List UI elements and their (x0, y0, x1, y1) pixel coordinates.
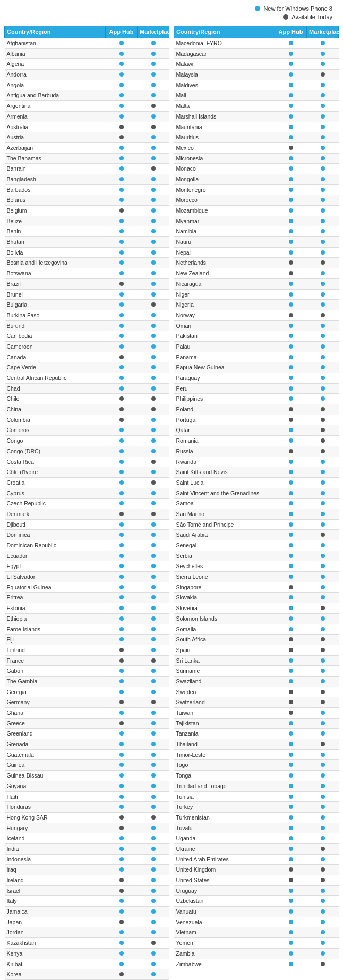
table-row: Djibouti (5, 519, 169, 530)
marketplace-dot (307, 467, 339, 478)
marketplace-dot (138, 645, 169, 655)
country-name: Mauritius (174, 132, 275, 143)
table-row: United States (174, 875, 339, 886)
table-row: Grenada (5, 739, 169, 750)
apphub-dot (275, 697, 307, 708)
marketplace-dot (138, 885, 169, 896)
table-row: Vietnam (174, 927, 339, 938)
marketplace-dot (307, 917, 339, 927)
marketplace-dot (307, 184, 339, 195)
right-table: Country/Region App Hub Marketplace Maced… (174, 26, 339, 969)
country-name: Qatar (174, 425, 275, 436)
country-name: Australia (5, 122, 106, 132)
country-name: Malaysia (174, 70, 275, 80)
country-name: United Kingdom (174, 865, 275, 875)
marketplace-dot (138, 959, 169, 969)
country-name: Hungary (5, 823, 106, 833)
apphub-dot (275, 237, 307, 248)
country-name: Saint Lucia (174, 477, 275, 488)
marketplace-dot (307, 572, 339, 582)
marketplace-dot (138, 362, 169, 373)
apphub-dot (275, 519, 307, 530)
marketplace-dot (138, 655, 169, 666)
table-row: Norway (174, 310, 339, 320)
country-name: Estonia (5, 603, 106, 614)
apphub-dot (106, 823, 138, 833)
country-name: Guinea (5, 760, 106, 771)
apphub-dot (275, 436, 307, 446)
marketplace-dot (138, 739, 169, 750)
country-name: Bulgaria (5, 300, 106, 310)
apphub-dot (275, 80, 307, 90)
table-row: Croatia (5, 477, 169, 488)
table-row: Macedonia, FYRO (174, 38, 339, 49)
table-row: Palau (174, 341, 339, 352)
table-row: Greece (5, 718, 169, 729)
country-name: Vietnam (174, 927, 275, 938)
apphub-dot (275, 415, 307, 425)
table-row: Haiti (5, 791, 169, 802)
marketplace-dot (138, 635, 169, 645)
country-name: Zambia (174, 948, 275, 959)
table-row: Ethiopia (5, 613, 169, 624)
marketplace-dot (307, 561, 339, 572)
marketplace-dot (138, 383, 169, 394)
apphub-dot (106, 206, 138, 216)
country-name: Uruguay (174, 885, 275, 896)
apphub-dot (275, 917, 307, 927)
marketplace-dot (138, 812, 169, 823)
country-name: Belize (5, 216, 106, 226)
country-name: Grenada (5, 739, 106, 750)
country-name: Colombia (5, 415, 106, 425)
marketplace-dot (138, 938, 169, 949)
apphub-dot (275, 959, 307, 969)
country-name: Botswana (5, 268, 106, 279)
marketplace-dot (307, 38, 339, 49)
marketplace-dot (138, 38, 169, 49)
country-name: The Bahamas (5, 153, 106, 164)
apphub-dot (106, 488, 138, 499)
marketplace-dot (138, 833, 169, 844)
marketplace-dot (138, 802, 169, 813)
table-row: Guinea-Bissau (5, 771, 169, 781)
legend-new-label: New for Windows Phone 8 (263, 5, 332, 12)
table-row: Azerbaijan (5, 142, 169, 153)
apphub-dot (275, 268, 307, 279)
apphub-dot (106, 289, 138, 300)
table-row: Mozambique (174, 206, 339, 216)
apphub-dot (275, 206, 307, 216)
table-row: Russia (174, 446, 339, 457)
marketplace-dot (307, 226, 339, 237)
marketplace-dot (138, 226, 169, 237)
apphub-dot (106, 184, 138, 195)
marketplace-dot (307, 885, 339, 896)
apphub-dot (106, 70, 138, 80)
table-row: Jordan (5, 927, 169, 938)
apphub-dot (275, 833, 307, 844)
table-row: Japan (5, 917, 169, 927)
table-row: Nauru (174, 237, 339, 248)
country-name: Maldives (174, 80, 275, 90)
country-name: China (5, 404, 106, 415)
marketplace-dot (307, 718, 339, 729)
table-row: Estonia (5, 603, 169, 614)
apphub-dot (106, 687, 138, 697)
marketplace-dot (307, 70, 339, 80)
apphub-dot (275, 278, 307, 289)
table-row: Mexico (174, 142, 339, 153)
apphub-dot (106, 80, 138, 90)
country-name: Peru (174, 383, 275, 394)
table-row: Marshall Islands (174, 111, 339, 122)
country-name: Palau (174, 341, 275, 352)
apphub-dot (275, 885, 307, 896)
marketplace-dot (138, 310, 169, 320)
table-row: Belgium (5, 206, 169, 216)
apphub-dot (275, 404, 307, 415)
table-row: Timor-Leste (174, 749, 339, 760)
country-name: Ukraine (174, 843, 275, 854)
apphub-dot (106, 300, 138, 310)
table-row: Austria (5, 132, 169, 143)
marketplace-dot (307, 530, 339, 540)
apphub-dot (275, 258, 307, 268)
legend-new: New for Windows Phone 8 (255, 5, 332, 12)
